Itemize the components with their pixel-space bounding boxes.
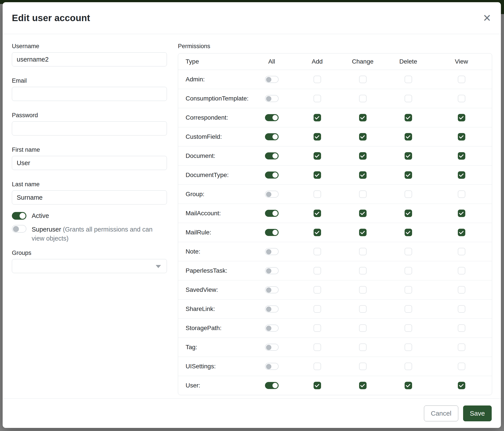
permission-change-checkbox[interactable] [359,229,367,236]
permission-add-checkbox[interactable] [314,95,321,102]
permission-all-toggle[interactable] [265,286,279,293]
permission-delete-checkbox[interactable] [405,343,412,351]
permission-delete-checkbox[interactable] [405,76,412,83]
permission-all-toggle[interactable] [265,363,279,370]
permission-add-checkbox[interactable] [314,286,321,294]
permission-all-toggle[interactable] [265,248,279,255]
permission-change-checkbox[interactable] [359,76,367,83]
permission-change-checkbox[interactable] [359,305,367,313]
permission-all-toggle[interactable] [265,229,279,236]
permission-delete-checkbox[interactable] [405,363,412,370]
permission-change-checkbox[interactable] [359,133,367,141]
permission-add-checkbox[interactable] [314,114,321,121]
permission-view-checkbox[interactable] [458,152,465,160]
permission-view-checkbox[interactable] [458,267,465,274]
permission-view-checkbox[interactable] [458,363,465,370]
permission-all-toggle[interactable] [265,133,279,140]
permission-view-checkbox[interactable] [458,171,465,179]
permission-delete-checkbox[interactable] [405,114,412,121]
permission-delete-checkbox[interactable] [405,229,412,236]
permission-change-checkbox[interactable] [359,210,367,217]
permission-delete-checkbox[interactable] [405,324,412,332]
checkmark-icon [406,153,411,158]
permission-change-checkbox[interactable] [359,363,367,370]
permission-delete-checkbox[interactable] [405,190,412,198]
permission-add-checkbox[interactable] [314,305,321,313]
permission-add-checkbox[interactable] [314,267,321,274]
close-icon[interactable]: ✕ [483,13,491,23]
permission-view-checkbox[interactable] [458,76,465,83]
permission-delete-checkbox[interactable] [405,133,412,141]
permission-view-checkbox[interactable] [458,382,465,389]
permission-view-checkbox[interactable] [458,229,465,236]
permission-change-checkbox[interactable] [359,267,367,274]
permission-delete-checkbox[interactable] [405,248,412,255]
groups-select[interactable] [12,259,167,273]
permission-change-checkbox[interactable] [359,382,367,389]
permission-view-checkbox[interactable] [458,343,465,351]
permission-all-toggle[interactable] [265,324,279,332]
permission-all-toggle[interactable] [265,344,279,351]
permission-delete-checkbox[interactable] [405,95,412,102]
password-input[interactable] [12,121,167,135]
permission-add-checkbox[interactable] [314,324,321,332]
permission-add-checkbox[interactable] [314,343,321,351]
permission-all-toggle[interactable] [265,153,279,159]
permission-all-toggle[interactable] [265,171,279,179]
superuser-toggle[interactable] [12,225,26,233]
toggle-knob [266,345,271,350]
permission-change-checkbox[interactable] [359,248,367,255]
last-name-input[interactable] [12,190,167,205]
permission-all-toggle[interactable] [265,305,279,313]
permission-delete-checkbox[interactable] [405,210,412,217]
permission-all-toggle[interactable] [265,95,279,102]
permission-add-checkbox[interactable] [314,76,321,83]
permission-delete-checkbox[interactable] [405,305,412,313]
first-name-input[interactable] [12,156,167,170]
cancel-button[interactable]: Cancel [424,405,458,421]
permission-change-checkbox[interactable] [359,324,367,332]
permission-view-checkbox[interactable] [458,114,465,121]
permission-view-checkbox[interactable] [458,305,465,313]
permission-delete-checkbox[interactable] [405,171,412,179]
save-button[interactable]: Save [463,405,492,421]
username-input[interactable] [12,52,167,66]
permission-add-checkbox[interactable] [314,363,321,370]
permission-view-checkbox[interactable] [458,248,465,255]
permission-all-toggle[interactable] [265,191,279,198]
permission-view-checkbox[interactable] [458,210,465,217]
permission-view-checkbox[interactable] [458,190,465,198]
permission-add-checkbox[interactable] [314,248,321,255]
active-toggle[interactable] [12,212,26,220]
permission-change-checkbox[interactable] [359,190,367,198]
permission-delete-checkbox[interactable] [405,286,412,294]
permission-view-checkbox[interactable] [458,286,465,294]
permission-add-checkbox[interactable] [314,171,321,179]
permission-change-checkbox[interactable] [359,343,367,351]
permission-all-toggle[interactable] [265,76,279,83]
permission-add-checkbox[interactable] [314,133,321,141]
email-input[interactable] [12,87,167,101]
checkmark-icon [459,115,464,120]
permission-add-checkbox[interactable] [314,190,321,198]
permission-view-checkbox[interactable] [458,133,465,141]
permission-delete-checkbox[interactable] [405,152,412,160]
permission-delete-checkbox[interactable] [405,382,412,389]
permission-add-checkbox[interactable] [314,210,321,217]
permission-view-checkbox[interactable] [458,324,465,332]
permission-change-checkbox[interactable] [359,286,367,294]
permission-change-checkbox[interactable] [359,152,367,160]
permission-all-toggle[interactable] [265,114,279,121]
permission-change-checkbox[interactable] [359,171,367,179]
permission-delete-checkbox[interactable] [405,267,412,274]
permission-change-checkbox[interactable] [359,95,367,102]
permission-all-toggle[interactable] [265,210,279,217]
permission-all-toggle[interactable] [265,267,279,274]
permission-change-checkbox[interactable] [359,114,367,121]
permission-add-checkbox[interactable] [314,229,321,236]
permission-view-checkbox[interactable] [458,95,465,102]
permission-add-checkbox[interactable] [314,152,321,160]
superuser-toggle-row: Superuser (Grants all permissions and ca… [12,225,167,243]
permission-all-toggle[interactable] [265,382,279,389]
permission-add-checkbox[interactable] [314,382,321,389]
